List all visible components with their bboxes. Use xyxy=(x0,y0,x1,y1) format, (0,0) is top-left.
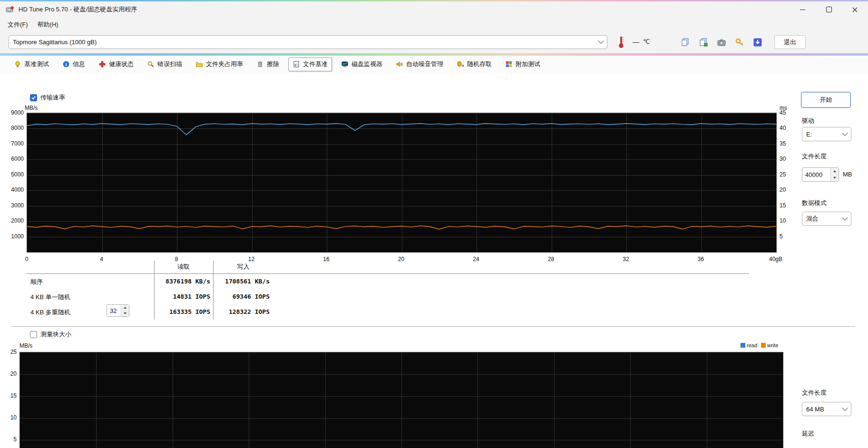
axis-tick: 5000 xyxy=(1,171,24,178)
axis-tick: 20 xyxy=(780,186,796,193)
tab-error-scan[interactable]: 错误扫描 xyxy=(143,58,186,71)
close-button[interactable] xyxy=(842,1,868,18)
update-button[interactable] xyxy=(750,35,766,49)
file-length-label: 文件长度 xyxy=(802,152,827,161)
axis-tick: 5 xyxy=(0,436,17,443)
exit-button[interactable]: 退出 xyxy=(774,35,806,49)
tab-health[interactable]: 健康状态 xyxy=(94,58,138,71)
axis-tick: 2000 xyxy=(1,217,24,224)
tab-folder-usage[interactable]: 文件夹占用率 xyxy=(191,58,247,71)
window-controls xyxy=(790,1,868,18)
axis-tick: 4 xyxy=(90,256,113,263)
data-mode-label: 数据模式 xyxy=(802,199,827,207)
axis-tick: 24 xyxy=(465,256,488,263)
sequential-read-value: 8376198 KB/s xyxy=(157,278,210,285)
drive-combo[interactable]: Topmore Sagittarius (1000 gB) xyxy=(9,35,607,49)
block-size-label: 测量块大小 xyxy=(40,330,71,339)
4k-multi-write-value: 128322 IOPS xyxy=(216,308,270,315)
4k-single-read-value: 14831 IOPS xyxy=(157,293,210,300)
drive-select[interactable]: E: xyxy=(802,127,851,141)
tab-label: 附加测试 xyxy=(516,60,540,68)
maximize-button[interactable] xyxy=(816,1,842,18)
block-file-length-select[interactable]: 64 MB xyxy=(802,402,851,416)
spinner-down-icon[interactable] xyxy=(831,175,839,181)
block-file-length-label: 文件长度 xyxy=(802,389,827,397)
tab-label: 随机存取 xyxy=(467,60,492,68)
copy-icon xyxy=(680,37,691,48)
chevron-down-icon xyxy=(598,38,604,44)
axis-tick: 8 xyxy=(165,256,188,263)
random-access-icon xyxy=(457,60,464,68)
erase-icon xyxy=(256,60,264,68)
tab-benchmark[interactable]: 基准测试 xyxy=(10,58,53,71)
axis-tick: 36 xyxy=(690,256,712,263)
tab-label: 磁盘监视器 xyxy=(351,60,382,68)
drive-combo-value: Topmore Sagittarius (1000 gB) xyxy=(13,39,97,46)
column-header-read: 读取 xyxy=(154,263,213,271)
minimize-button[interactable] xyxy=(790,1,816,18)
column-header-write: 写入 xyxy=(213,263,273,271)
chart-canvas xyxy=(20,352,783,448)
download-icon xyxy=(752,37,763,48)
tab-file-benchmark[interactable]: 文件基准 xyxy=(288,58,332,71)
tab-label: 健康状态 xyxy=(109,60,134,68)
axis-tick: 8000 xyxy=(1,125,24,131)
tab-label: 文件基准 xyxy=(303,60,328,68)
copy-button[interactable] xyxy=(677,35,693,49)
extra-tests-icon xyxy=(505,60,513,68)
registration-button[interactable] xyxy=(731,35,748,49)
axis-tick: 35 xyxy=(780,140,796,147)
y-axis-unit-left: MB/s xyxy=(25,105,38,111)
queue-depth-spinner[interactable]: 32 xyxy=(107,304,129,317)
axis-tick: 45 xyxy=(780,109,796,116)
latency-label: 延迟 xyxy=(802,429,814,438)
tab-extra-tests[interactable]: 附加测试 xyxy=(501,58,545,71)
axis-tick: 16 xyxy=(315,256,338,263)
chevron-down-icon xyxy=(842,214,848,221)
axis-tick: 15 xyxy=(780,202,796,209)
tab-erase[interactable]: 擦除 xyxy=(252,58,283,71)
y-axis-unit: MB/s xyxy=(20,342,32,349)
block-size-checkbox[interactable]: 测量块大小 xyxy=(30,330,71,339)
start-button[interactable]: 开始 xyxy=(801,92,851,108)
spinner-down-icon[interactable] xyxy=(121,311,129,316)
temperature-unit: ℃ xyxy=(643,38,650,45)
chart-canvas xyxy=(27,113,777,253)
data-mode-select[interactable]: 混合 xyxy=(802,212,851,226)
axis-tick: 40gB xyxy=(764,256,787,263)
axis-tick: 12 xyxy=(240,256,263,263)
file-length-value: 40000 xyxy=(802,168,830,181)
queue-depth-value: 32 xyxy=(107,305,121,316)
menu-file[interactable]: 文件(F) xyxy=(3,19,33,31)
axis-tick: 28 xyxy=(540,256,563,263)
tab-info[interactable]: i 信息 xyxy=(58,58,89,71)
spinner-up-icon[interactable] xyxy=(121,305,129,311)
tab-label: 错误扫描 xyxy=(157,60,182,68)
axis-tick: 30 xyxy=(780,156,796,162)
block-file-length-value: 64 MB xyxy=(806,406,824,413)
svg-text:i: i xyxy=(66,62,67,67)
disk-monitor-icon xyxy=(341,60,349,68)
axis-tick: 9000 xyxy=(1,109,24,116)
axis-tick: 40 xyxy=(780,125,796,131)
tab-aam[interactable]: 自动噪音管理 xyxy=(391,58,448,71)
hd-tune-window: HD Tune Pro 5.70 - 硬盘/固态硬盘实用程序 文件(F) 帮助(… xyxy=(0,0,868,448)
spinner-up-icon[interactable] xyxy=(831,168,839,175)
axis-tick: 7000 xyxy=(1,140,24,147)
copy-file-button[interactable] xyxy=(695,35,712,49)
tab-disk-monitor[interactable]: 磁盘监视器 xyxy=(337,58,387,71)
sequential-write-value: 1708561 KB/s xyxy=(216,278,270,285)
app-icon xyxy=(6,6,14,13)
spinner-buttons xyxy=(121,305,129,316)
file-benchmark-icon xyxy=(293,60,300,68)
tabbar: 基准测试 i 信息 健康状态 错误扫描 文件夹占用率 擦除 文件基准 磁盘监视器 xyxy=(0,56,868,73)
menu-help[interactable]: 帮助(H) xyxy=(33,19,63,31)
axis-tick: 4000 xyxy=(1,186,24,193)
section-divider xyxy=(11,326,855,327)
file-length-spinner[interactable]: 40000 xyxy=(802,167,839,182)
axis-tick: 32 xyxy=(614,256,637,263)
titlebar: HD Tune Pro 5.70 - 硬盘/固态硬盘实用程序 xyxy=(0,1,868,18)
tab-random-access[interactable]: 随机存取 xyxy=(452,58,496,71)
temperature-value: — xyxy=(633,38,639,46)
screenshot-button[interactable] xyxy=(713,35,730,49)
